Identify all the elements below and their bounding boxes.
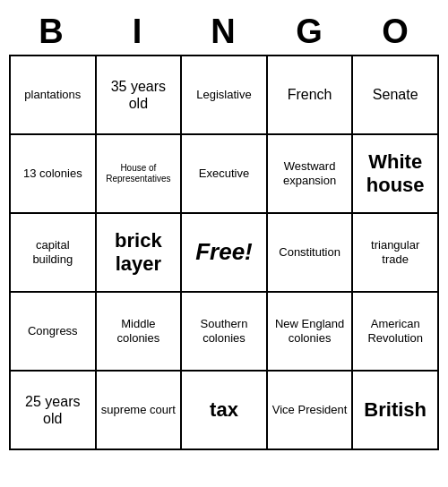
bingo-letter: B (9, 9, 95, 55)
bingo-cell: Executive (182, 135, 268, 214)
bingo-cell: Southern colonies (182, 293, 268, 372)
bingo-cell: Constitution (268, 214, 354, 293)
bingo-cell: Legislative (182, 56, 268, 135)
bingo-letter: G (267, 9, 353, 55)
bingo-cell: tax (182, 372, 268, 450)
bingo-header: BINGO (9, 9, 439, 55)
bingo-cell: triangular trade (353, 214, 439, 293)
bingo-grid: plantations35 years oldLegislativeFrench… (9, 55, 439, 450)
bingo-cell: supreme court (97, 372, 183, 450)
bingo-cell: Free! (182, 214, 268, 293)
bingo-cell: 35 years old (97, 56, 183, 135)
bingo-card: BINGO plantations35 years oldLegislative… (9, 9, 439, 450)
bingo-cell: Westward expansion (268, 135, 354, 214)
bingo-cell: House of Representatives (97, 135, 183, 214)
bingo-cell: New England colonies (268, 293, 354, 372)
bingo-cell: brick layer (97, 214, 183, 293)
bingo-cell: French (268, 56, 354, 135)
bingo-letter: N (181, 9, 267, 55)
bingo-cell: British (353, 372, 439, 450)
bingo-cell: White house (353, 135, 439, 214)
bingo-cell: plantations (11, 56, 97, 135)
bingo-letter: I (95, 9, 181, 55)
bingo-cell: Vice President (268, 372, 354, 450)
bingo-cell: capital building (11, 214, 97, 293)
bingo-cell: Congress (11, 293, 97, 372)
bingo-cell: Middle colonies (97, 293, 183, 372)
bingo-cell: American Revolution (353, 293, 439, 372)
bingo-cell: 13 colonies (11, 135, 97, 214)
bingo-letter: O (353, 9, 439, 55)
bingo-cell: Senate (353, 56, 439, 135)
bingo-cell: 25 years old (11, 372, 97, 450)
